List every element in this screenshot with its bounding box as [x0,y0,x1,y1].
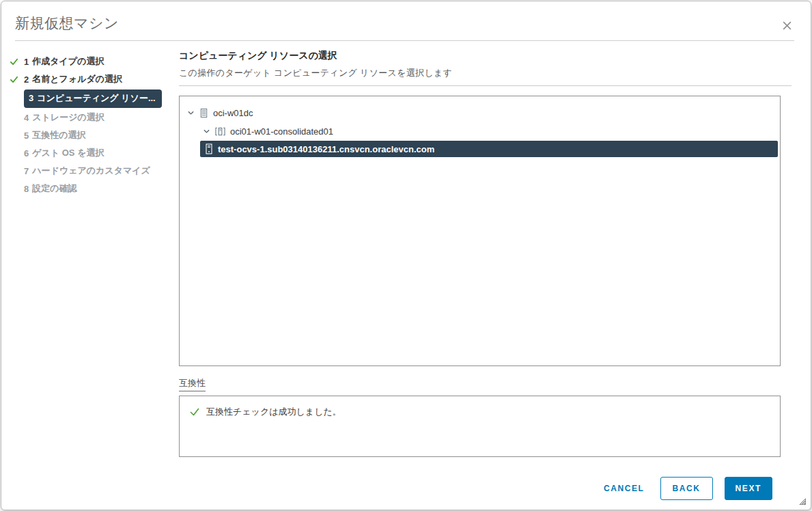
tree-item-label: test-ocvs-1.sub03140136211.cnsvcn.oracle… [218,144,434,154]
compatibility-message-row: 互換性チェックは成功しました。 [189,406,770,418]
tree-item-label: oci-w01dc [213,108,253,118]
step-label: 名前とフォルダの選択 [32,73,122,85]
compatibility-message: 互換性チェックは成功しました。 [206,406,341,418]
back-button[interactable]: BACK [660,477,713,500]
step-number: 2 [24,74,29,85]
compatibility-box: 互換性チェックは成功しました。 [179,396,781,457]
step-name-folder[interactable]: 2 名前とフォルダの選択 [10,70,165,88]
step-number: 1 [24,57,29,67]
main-pane: コンピューティング リソースの選択 この操作のターゲット コンピューティング リ… [165,41,811,510]
page-subtitle: この操作のターゲット コンピューティング リソースを選択します [179,67,792,79]
new-vm-wizard-dialog: 新規仮想マシン 1 作成タイプの選択 2 名前とフォルダの選 [1,1,811,510]
dialog-title: 新規仮想マシン [15,14,794,33]
compute-resource-tree: oci-w01dc oci [179,96,781,366]
step-guest-os: 6 ゲスト OS を選択 [10,144,165,162]
step-label: 互換性の選択 [32,129,85,141]
dialog-header: 新規仮想マシン [1,1,811,41]
datacenter-icon [199,108,209,118]
wizard-step-list: 1 作成タイプの選択 2 名前とフォルダの選択 3 コンピューティング リソー.… [1,41,165,510]
step-number: 7 [24,166,29,176]
tree-item-host[interactable]: test-ocvs-1.sub03140136211.cnsvcn.oracle… [200,141,778,157]
chevron-down-icon[interactable] [201,128,211,135]
step-number: 3 [29,93,33,103]
cluster-icon [214,126,226,137]
close-icon [782,23,792,33]
step-customize-hardware: 7 ハードウェアのカスタマイズ [10,162,165,180]
next-button[interactable]: NEXT [725,477,772,500]
host-icon [205,143,213,154]
dialog-body: 1 作成タイプの選択 2 名前とフォルダの選択 3 コンピューティング リソー.… [1,41,811,510]
check-icon [10,57,24,66]
step-number: 5 [24,130,29,141]
step-label: ゲスト OS を選択 [32,147,104,159]
success-check-icon [189,406,200,417]
step-label: ストレージの選択 [32,111,104,124]
close-button[interactable] [781,19,793,31]
step-label: コンピューティング リソー... [37,92,156,105]
tree-item-label: oci01-w01-consolidated01 [230,126,333,137]
compatibility-section: 互換性 [179,376,792,391]
compatibility-label: 互換性 [179,377,206,391]
chevron-down-icon[interactable] [186,109,195,117]
header-divider [15,40,794,41]
dialog-footer: CANCEL BACK NEXT [179,477,772,500]
tree-item-datacenter[interactable]: oci-w01dc [180,104,780,122]
check-icon [10,75,24,84]
step-compatibility: 5 互換性の選択 [10,126,165,144]
step-number: 6 [24,148,29,158]
active-step-badge: 3 コンピューティング リソー... [24,89,162,108]
step-label: 設定の確認 [32,182,76,195]
page-title: コンピューティング リソースの選択 [179,50,792,62]
step-number: 4 [24,113,29,123]
step-create-type[interactable]: 1 作成タイプの選択 [10,53,165,70]
step-number: 8 [24,184,29,194]
tree-item-cluster[interactable]: oci01-w01-consolidated01 [180,122,780,141]
step-label: 作成タイプの選択 [32,55,104,68]
step-review: 8 設定の確認 [10,180,165,197]
cancel-button[interactable]: CANCEL [600,478,649,499]
step-compute-resource[interactable]: 3 コンピューティング リソー... [10,89,165,108]
step-label: ハードウェアのカスタマイズ [32,165,150,177]
step-storage: 4 ストレージの選択 [10,109,165,126]
resize-handle[interactable] [798,497,807,506]
content-divider [179,85,792,86]
